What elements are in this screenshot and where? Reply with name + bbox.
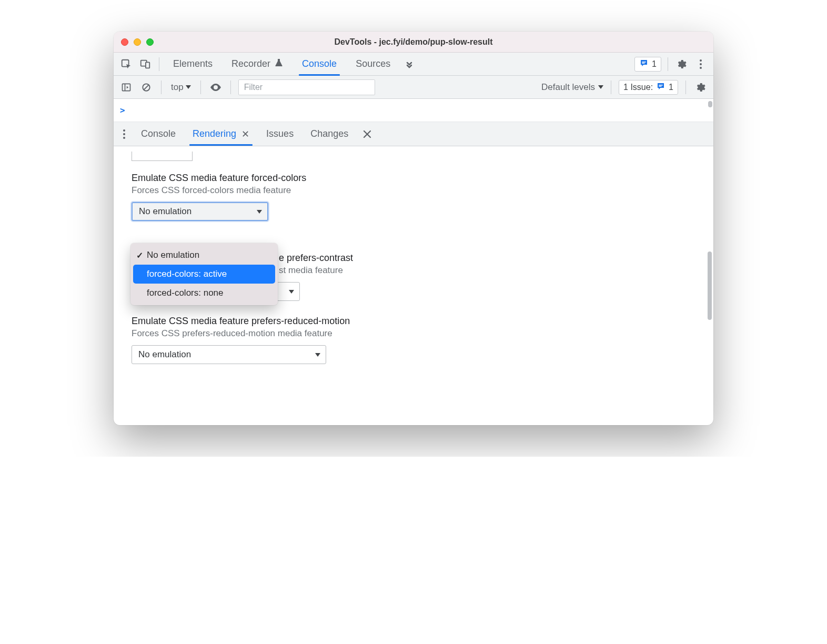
setting-prefers-reduced-motion: Emulate CSS media feature prefers-reduce…: [132, 316, 695, 364]
partial-select-above[interactable]: [132, 152, 193, 161]
more-tabs-icon[interactable]: [402, 57, 417, 72]
setting-title: Emulate CSS media feature prefers-reduce…: [132, 316, 695, 327]
drawer-tab-changes[interactable]: Changes: [303, 123, 356, 146]
setting-desc: Forces CSS forced-colors media feature: [132, 185, 695, 196]
prefers-reduced-motion-select[interactable]: No emulation: [132, 345, 326, 364]
issues-count-label: 1: [652, 59, 657, 69]
context-value: top: [171, 82, 184, 93]
console-prompt: >: [120, 105, 125, 115]
context-select[interactable]: top: [169, 82, 193, 93]
scroll-thumb[interactable]: [708, 101, 712, 107]
drawer-tab-console[interactable]: Console: [134, 123, 183, 146]
window-title: DevTools - jec.fyi/demo/pup-slow-result: [114, 37, 713, 47]
forced-colors-value: No emulation: [139, 206, 191, 217]
console-prompt-row[interactable]: >: [114, 99, 713, 122]
tab-recorder-label: Recorder: [231, 58, 270, 69]
minimize-window-button[interactable]: [134, 38, 141, 46]
divider: [161, 80, 162, 94]
levels-select[interactable]: Default levels: [541, 82, 603, 93]
maximize-window-button[interactable]: [146, 38, 154, 46]
tab-elements[interactable]: Elements: [166, 53, 220, 76]
svg-rect-2: [146, 62, 149, 68]
clear-console-icon[interactable]: [139, 80, 154, 95]
drawer-kebab-icon[interactable]: [117, 127, 132, 142]
svg-rect-10: [659, 86, 661, 87]
drawer-tab-rendering-label: Rendering: [193, 128, 236, 139]
console-toolbar: top Default levels 1 Issue:: [114, 76, 713, 99]
issues-link-label: 1 Issue:: [623, 83, 653, 92]
titlebar: DevTools - jec.fyi/demo/pup-slow-result: [114, 32, 713, 53]
svg-rect-9: [659, 85, 663, 86]
drawer-tab-rendering[interactable]: Rendering ✕: [185, 123, 257, 146]
inspect-element-icon[interactable]: [119, 57, 134, 72]
levels-value: Default levels: [541, 82, 595, 93]
main-tabs: Elements Recorder Console Sources: [114, 53, 713, 76]
forced-colors-dropdown: No emulation forced-colors: active force…: [130, 243, 278, 305]
close-drawer-icon[interactable]: [360, 127, 375, 142]
drawer-tab-issues[interactable]: Issues: [259, 123, 301, 146]
issues-counter[interactable]: 1: [634, 57, 661, 72]
divider: [159, 57, 159, 71]
traffic-lights: [121, 38, 154, 46]
divider: [668, 57, 668, 71]
console-settings-icon[interactable]: [693, 80, 708, 95]
dropdown-option-forced-colors-none[interactable]: forced-colors: none: [133, 284, 275, 303]
prefers-reduced-motion-value: No emulation: [138, 349, 191, 360]
chat-icon: [656, 82, 665, 93]
devtools-window: DevTools - jec.fyi/demo/pup-slow-result …: [114, 32, 713, 425]
setting-desc: Forces CSS prefers-reduced-motion media …: [132, 328, 695, 339]
issues-link-count: 1: [669, 83, 673, 92]
caret-down-icon: [598, 85, 603, 89]
issues-link[interactable]: 1 Issue: 1: [619, 80, 678, 95]
svg-rect-5: [123, 84, 130, 90]
tab-recorder[interactable]: Recorder: [224, 53, 290, 76]
tab-sources[interactable]: Sources: [348, 53, 398, 76]
kebab-menu-icon[interactable]: [693, 57, 708, 72]
dropdown-option-forced-colors-active[interactable]: forced-colors: active: [133, 265, 275, 284]
caret-down-icon: [289, 290, 294, 294]
caret-down-icon: [186, 85, 191, 89]
flask-icon: [275, 58, 283, 70]
filter-input[interactable]: [238, 79, 375, 95]
dropdown-option-no-emulation[interactable]: No emulation: [133, 246, 275, 265]
chat-icon: [639, 58, 649, 70]
settings-icon[interactable]: [674, 57, 689, 72]
rendering-panel: Emulate CSS media feature forced-colors …: [114, 146, 713, 425]
toggle-sidebar-icon[interactable]: [119, 80, 134, 95]
toggle-device-toolbar-icon[interactable]: [138, 57, 153, 72]
forced-colors-select[interactable]: No emulation: [132, 202, 268, 221]
eye-icon[interactable]: [208, 80, 223, 95]
divider: [611, 80, 611, 94]
drawer-tabs: Console Rendering ✕ Issues Changes: [114, 122, 713, 146]
setting-title: Emulate CSS media feature forced-colors: [132, 173, 695, 184]
divider: [200, 80, 201, 94]
svg-rect-4: [642, 63, 644, 64]
divider: [685, 80, 686, 94]
svg-line-8: [144, 85, 148, 89]
tab-console[interactable]: Console: [295, 53, 344, 76]
svg-rect-3: [642, 62, 646, 63]
setting-forced-colors: Emulate CSS media feature forced-colors …: [132, 173, 695, 221]
close-tab-icon[interactable]: ✕: [241, 128, 249, 140]
scroll-thumb[interactable]: [708, 251, 712, 320]
divider: [230, 80, 231, 94]
close-window-button[interactable]: [121, 38, 128, 46]
caret-down-icon: [257, 210, 262, 214]
caret-down-icon: [315, 353, 320, 357]
